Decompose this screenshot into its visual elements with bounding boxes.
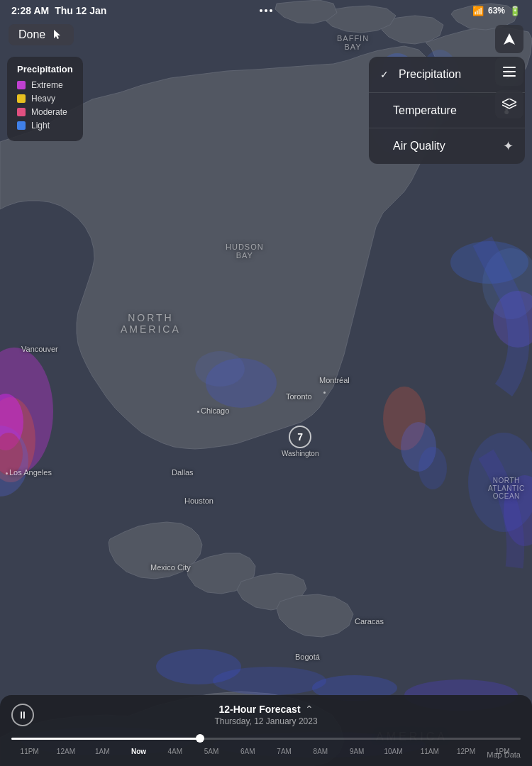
timeline-thumb[interactable] — [196, 734, 204, 743]
heavy-label: Heavy — [31, 94, 55, 104]
legend-item-heavy: Heavy — [17, 94, 73, 104]
svg-point-17 — [213, 667, 326, 695]
precipitation-menu-label: Precipitation — [399, 68, 461, 81]
washington-temp-circle: 7 — [289, 426, 311, 448]
washington-weather-badge[interactable]: 7 Washington — [282, 426, 318, 457]
forecast-chevron-icon: ⌃ — [305, 704, 314, 715]
list-icon — [503, 67, 516, 77]
cursor-icon — [51, 28, 64, 41]
tl-4am: 4AM — [157, 748, 193, 755]
moderate-color — [17, 108, 26, 116]
svg-rect-25 — [503, 67, 516, 68]
air-quality-menu-label: Air Quality — [393, 140, 445, 152]
svg-rect-26 — [503, 71, 516, 72]
status-bar: 2:28 AM Thu 12 Jan 📶 63% 🔋 — [0, 0, 532, 21]
tl-11pm: 11PM — [11, 748, 48, 755]
pause-icon: ⏸ — [18, 709, 28, 721]
status-day: Thu 12 Jan — [55, 5, 106, 16]
menu-item-air-quality[interactable]: Air Quality ✦ — [369, 128, 525, 164]
svg-marker-24 — [504, 33, 515, 45]
air-quality-menu-icon: ✦ — [503, 138, 514, 154]
svg-point-12 — [195, 351, 245, 387]
location-icon — [503, 33, 516, 45]
timeline-fill — [11, 738, 200, 740]
light-label: Light — [31, 121, 50, 131]
forecast-title: 12-Hour Forecast — [218, 704, 300, 715]
tl-12am: 12AM — [48, 748, 84, 755]
status-right: 📶 63% 🔋 — [472, 6, 521, 16]
precipitation-checkmark: ✓ — [380, 69, 389, 80]
forecast-bar: ⏸ 12-Hour Forecast ⌃ Thursday, 12 Januar… — [0, 695, 532, 766]
list-button[interactable] — [495, 57, 523, 86]
precipitation-legend: Precipitation Extreme Heavy Moderate Lig… — [7, 57, 83, 141]
temperature-menu-label: Temperature — [393, 104, 457, 117]
timeline-labels: 11PM 12AM 1AM Now 4AM 5AM 6AM 7AM 8AM 9A… — [11, 748, 521, 755]
done-label: Done — [18, 28, 45, 41]
timeline[interactable] — [11, 732, 521, 746]
legend-title: Precipitation — [17, 64, 73, 74]
battery-icon: 🔋 — [509, 6, 521, 16]
svg-rect-27 — [503, 75, 516, 77]
moderate-label: Moderate — [31, 107, 67, 117]
light-color — [17, 121, 26, 130]
wifi-icon: 📶 — [472, 6, 484, 16]
tl-1am: 1AM — [84, 748, 121, 755]
legend-item-moderate: Moderate — [17, 107, 73, 117]
status-time: 2:28 AM — [11, 5, 49, 16]
tl-10am: 10AM — [375, 748, 411, 755]
layers-button[interactable] — [495, 90, 523, 118]
legend-item-light: Light — [17, 121, 73, 131]
pause-button[interactable]: ⏸ — [11, 704, 34, 726]
status-dots — [260, 9, 272, 12]
forecast-subtitle: Thursday, 12 January 2023 — [11, 716, 521, 726]
top-right-icons — [495, 25, 523, 118]
map-data-label: Map Data — [487, 750, 521, 759]
heavy-color — [17, 94, 26, 103]
tl-6am: 6AM — [230, 748, 266, 755]
tl-7am: 7AM — [266, 748, 302, 755]
forecast-header: 12-Hour Forecast ⌃ — [11, 704, 521, 715]
layers-icon — [502, 99, 516, 110]
battery-percent: 63% — [488, 6, 505, 16]
map-data-button[interactable]: Map Data — [487, 750, 521, 759]
svg-marker-28 — [502, 99, 516, 106]
svg-point-15 — [419, 447, 447, 489]
tl-12pm: 12PM — [448, 748, 484, 755]
done-button[interactable]: Done — [9, 24, 74, 45]
legend-item-extreme: Extreme — [17, 80, 73, 90]
tl-5am: 5AM — [193, 748, 229, 755]
washington-city-label: Washington — [282, 450, 318, 457]
tl-11am: 11AM — [411, 748, 448, 755]
tl-8am: 8AM — [302, 748, 338, 755]
tl-now: Now — [121, 748, 157, 755]
extreme-label: Extreme — [31, 80, 63, 90]
tl-9am: 9AM — [339, 748, 375, 755]
extreme-color — [17, 81, 26, 89]
location-button[interactable] — [495, 25, 523, 53]
washington-temp: 7 — [297, 431, 303, 443]
status-left: 2:28 AM Thu 12 Jan — [11, 5, 106, 16]
